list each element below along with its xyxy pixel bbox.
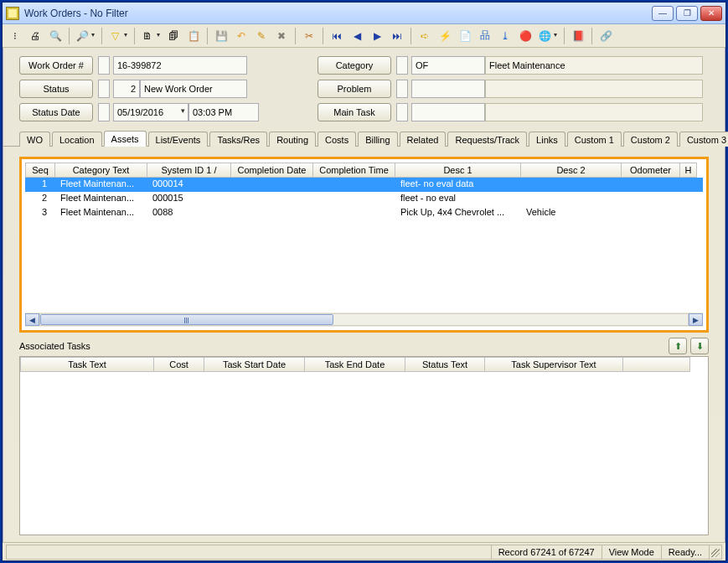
status-date-lock-slot[interactable] [98,103,110,121]
assoc-col-status-text[interactable]: Status Text [405,357,485,372]
book-icon[interactable]: 📕 [569,27,587,45]
maintask-label-button[interactable]: Main Task [318,103,391,121]
tab-custom-2[interactable]: Custom 2 [623,132,678,147]
tab-custom-3[interactable]: Custom 3 [679,132,728,147]
new-doc-icon[interactable]: 🗎 [139,27,163,45]
last-icon[interactable]: ⏭ [388,27,406,45]
tab-tasks-res[interactable]: Tasks/Res [209,132,267,147]
globe-icon[interactable]: 🌐 [536,27,560,45]
maintask-code-input[interactable] [411,103,485,121]
assets-col-desc-1[interactable]: Desc 1 [395,163,521,178]
export-icon[interactable]: ⤓ [496,27,514,45]
scroll-left-arrow[interactable]: ◀ [25,313,39,326]
assoc-col-task-text[interactable]: Task Text [20,357,154,372]
next-icon[interactable]: ▶ [368,27,386,45]
tab-wo[interactable]: WO [19,132,50,147]
assets-horizontal-scrollbar[interactable]: ◀ ▶ [25,312,703,327]
move-up-button[interactable]: ⬆ [669,338,687,354]
assets-col-h[interactable]: H [680,163,697,178]
scroll-thumb[interactable] [40,314,333,325]
maintask-lock-slot[interactable] [396,103,408,121]
assets-col-category-text[interactable]: Category Text [55,163,147,178]
resize-gripper[interactable] [709,545,722,560]
tab-requests-track[interactable]: Requests/Track [447,132,527,147]
tab-costs[interactable]: Costs [318,132,356,147]
chevron-down-icon[interactable]: ▾ [181,106,185,115]
copy-doc-icon[interactable]: 🗐 [164,27,183,45]
assets-cell: Fleet Maintenan... [55,178,147,192]
assets-col-seq[interactable]: Seq [25,163,55,178]
assets-cell: 2 [25,192,55,206]
status-lock-slot[interactable] [98,80,110,98]
status-date-label-button[interactable]: Status Date [19,103,93,121]
category-lock-slot[interactable] [396,56,408,75]
wo-number-input[interactable]: 16-399872 [113,56,247,75]
delete-icon: ✖ [272,27,291,45]
category-code-input[interactable]: OF [411,56,485,75]
assets-row[interactable]: 1Fleet Maintenan...000014fleet- no eval … [25,178,703,192]
status-time-input[interactable]: 03:03 PM [188,103,259,121]
assets-col-completion-date[interactable]: Completion Date [231,163,313,178]
assets-col-odometer[interactable]: Odometer [622,163,680,178]
assets-col-completion-time[interactable]: Completion Time [313,163,395,178]
tab-related[interactable]: Related [400,132,447,147]
find-icon[interactable]: 🔎 [74,27,97,45]
maintask-text-display [485,103,703,121]
assets-cell [313,192,395,206]
window-title: Work Orders - No Filter [24,8,652,19]
assoc-col-task-end-date[interactable]: Task End Date [305,357,405,372]
assoc-col-task-start-date[interactable]: Task Start Date [204,357,305,372]
tab-list-events[interactable]: List/Events [148,132,209,147]
status-code-input[interactable]: 2 [113,80,140,98]
edit-icon[interactable]: ✎ [252,27,271,45]
status-date-value: 05/19/2016 [117,107,163,117]
toolbar-separator [101,28,102,44]
prev-icon[interactable]: ◀ [348,27,366,45]
filter-icon[interactable]: ▽ [106,27,130,45]
tab-custom-1[interactable]: Custom 1 [567,132,622,147]
problem-lock-slot[interactable] [396,80,408,98]
paste-icon[interactable]: 📋 [184,27,203,45]
report-icon[interactable]: 📄 [456,27,474,45]
assets-col-desc-2[interactable]: Desc 2 [521,163,622,178]
assets-cell: 000015 [147,192,231,206]
assets-cell [680,206,697,220]
assoc-col-cost[interactable]: Cost [154,357,204,372]
tab-billing[interactable]: Billing [358,132,397,147]
scroll-right-arrow[interactable]: ▶ [689,313,703,326]
status-date-combo[interactable]: 05/19/2016 ▾ [113,103,188,121]
goto-icon[interactable]: ➪ [416,27,434,45]
status-label-button[interactable]: Status [19,80,93,98]
action-icon[interactable]: ⚡ [436,27,454,45]
wo-lock-slot[interactable] [98,56,110,75]
minimize-button[interactable]: — [652,6,674,21]
assets-cell: 0088 [147,206,231,220]
assets-row[interactable]: 2Fleet Maintenan...000015fleet - no eval [25,192,703,206]
assets-cell: fleet - no eval [395,192,521,206]
form-area: Work Order # 16-399872 Status 2 New Work… [3,48,725,128]
maximize-button[interactable]: ❐ [676,6,698,21]
print-icon[interactable]: 🖨 [26,27,44,45]
assets-row[interactable]: 3Fleet Maintenan...0088Pick Up, 4x4 Chev… [25,206,703,220]
first-icon[interactable]: ⏮ [328,27,346,45]
assets-col-system-id-1-[interactable]: System ID 1 / [147,163,231,178]
category-label-button[interactable]: Category [318,56,391,75]
print-preview-icon[interactable]: 🔍 [46,27,65,45]
undo-icon[interactable]: ↶ [232,27,250,45]
assoc-col-blank[interactable] [623,357,690,372]
cut-icon[interactable]: ✂ [300,27,318,45]
move-down-button[interactable]: ⬇ [690,338,709,354]
tab-routing[interactable]: Routing [269,132,316,147]
record-icon[interactable]: 🔴 [516,27,534,45]
assoc-col-task-supervisor-text[interactable]: Task Supervisor Text [485,357,623,372]
close-button[interactable]: ✕ [700,6,722,21]
problem-label-button[interactable]: Problem [318,80,391,98]
link-icon[interactable]: 🔗 [596,27,615,45]
status-text-input[interactable]: New Work Order [140,80,247,98]
wo-number-label-button[interactable]: Work Order # [19,56,93,75]
tab-links[interactable]: Links [529,132,565,147]
tree-icon[interactable]: 品 [476,27,494,45]
tab-location[interactable]: Location [52,132,102,147]
tab-assets[interactable]: Assets [104,131,147,147]
problem-code-input[interactable] [411,80,485,98]
